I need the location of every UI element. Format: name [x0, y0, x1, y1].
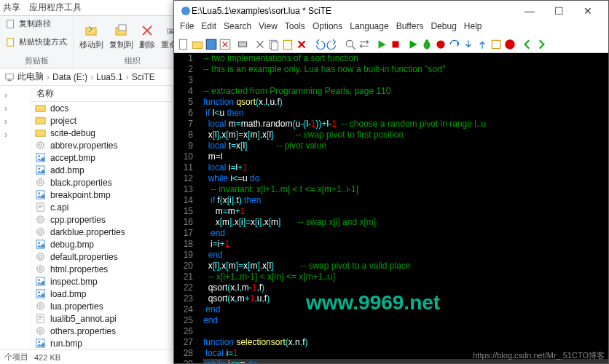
menu-item[interactable]: Buffers — [396, 21, 424, 36]
step-into-icon[interactable] — [462, 38, 475, 51]
close-file-icon[interactable] — [219, 38, 232, 51]
svg-point-62 — [436, 40, 444, 48]
paste-icon[interactable] — [281, 38, 294, 51]
file-row[interactable]: scite-debug — [31, 127, 172, 139]
step-over-icon[interactable] — [448, 38, 461, 51]
run-icon[interactable] — [375, 38, 388, 51]
paste-shortcut-button[interactable]: 粘贴快捷方式 — [6, 36, 67, 47]
maximize-button[interactable]: ☐ — [544, 5, 573, 17]
code-editor[interactable]: 1234567891011121314151617181920212223242… — [174, 53, 608, 363]
new-icon[interactable] — [177, 38, 190, 51]
copy-icon[interactable] — [267, 38, 280, 51]
chevron-icon[interactable]: › — [0, 128, 30, 141]
svg-point-43 — [38, 341, 40, 343]
crumb-scite[interactable]: SciTE — [132, 72, 155, 82]
debug-run-icon[interactable] — [406, 38, 420, 51]
menu-item[interactable]: File — [180, 21, 194, 36]
tab-app-tools[interactable]: 应用程序工具 — [29, 1, 82, 14]
file-row[interactable]: inspect.bmp — [31, 275, 172, 288]
svg-rect-63 — [492, 40, 500, 48]
file-row[interactable]: add.bmp — [31, 164, 172, 176]
file-row[interactable]: c.api — [31, 201, 172, 213]
svg-point-58 — [346, 40, 353, 47]
file-row[interactable]: black.properties — [31, 176, 172, 189]
file-row[interactable]: others.properties — [31, 325, 172, 337]
close-button[interactable]: ✕ — [573, 5, 602, 17]
find-icon[interactable] — [344, 38, 357, 51]
crumb-pc[interactable]: 此电脑 — [17, 71, 44, 83]
file-name: abbrev.properties — [50, 141, 118, 151]
chevron-icon[interactable]: › — [0, 89, 30, 102]
file-name: load.bmp — [50, 289, 86, 299]
nav-tree[interactable]: › › › › — [0, 86, 31, 349]
menu-item[interactable]: Tools — [285, 21, 305, 36]
open-icon[interactable] — [191, 38, 204, 51]
crumb-drive[interactable]: Data (E:) — [52, 72, 87, 82]
window-title: E:\Lua5.1\examples\sort.lua * SciTE — [192, 6, 515, 16]
file-row[interactable]: default.properties — [31, 250, 172, 263]
file-row[interactable]: html.properties — [31, 263, 172, 275]
kill-icon[interactable] — [503, 38, 516, 51]
file-row[interactable]: project — [31, 114, 172, 127]
cut-icon[interactable] — [254, 38, 267, 51]
titlebar[interactable]: E:\Lua5.1\examples\sort.lua * SciTE — ☐ … — [174, 1, 608, 21]
menu-item[interactable]: Search — [224, 21, 251, 36]
file-row[interactable]: docs — [31, 102, 172, 114]
redo-icon[interactable] — [326, 38, 339, 51]
file-name: default.properties — [50, 252, 118, 262]
watermark: www.9969.net — [306, 291, 440, 314]
file-row[interactable]: darkblue.properties — [31, 226, 172, 238]
svg-point-30 — [39, 256, 42, 258]
svg-point-24 — [39, 218, 42, 221]
delete-button[interactable]: 删除 — [139, 23, 155, 50]
file-name: lua.properties — [50, 301, 103, 312]
svg-point-32 — [39, 268, 42, 271]
file-list[interactable]: docsprojectscite-debugabbrev.propertiesa… — [31, 102, 172, 349]
file-name: docs — [50, 103, 68, 114]
svg-point-41 — [39, 330, 42, 333]
svg-point-38 — [39, 305, 42, 308]
prev-icon[interactable] — [521, 38, 534, 51]
replace-icon[interactable] — [358, 38, 371, 51]
file-row[interactable]: debug.bmp — [31, 238, 172, 250]
file-row[interactable]: load.bmp — [31, 288, 172, 300]
svg-rect-4 — [119, 25, 126, 31]
copy-to-button[interactable]: 复制到 — [109, 23, 133, 50]
chevron-icon[interactable]: › — [0, 102, 30, 115]
menu-item[interactable]: Help — [464, 21, 482, 36]
bug-icon[interactable] — [420, 38, 433, 51]
save-icon[interactable] — [205, 38, 218, 51]
copy-path-button[interactable]: 复制路径 — [6, 18, 51, 29]
menu-item[interactable]: Language — [350, 21, 388, 36]
crumb-lua[interactable]: Lua5.1 — [96, 72, 123, 82]
menu-item[interactable]: Options — [313, 21, 342, 36]
delete-icon[interactable] — [295, 38, 308, 51]
menu-item[interactable]: Debug — [431, 21, 456, 36]
next-icon[interactable] — [535, 38, 548, 51]
column-header-name[interactable]: 名称 — [31, 86, 172, 102]
file-name: run.bmp — [50, 339, 82, 349]
minimize-button[interactable]: — — [515, 5, 544, 17]
file-row[interactable]: run.bmp — [31, 337, 172, 349]
tab-share[interactable]: 共享 — [3, 1, 20, 14]
move-to-button[interactable]: 移动到 — [79, 23, 103, 50]
file-row[interactable]: lua.properties — [31, 300, 172, 312]
file-name: breakpoint.bmp — [50, 190, 111, 200]
stop-icon[interactable] — [389, 38, 402, 51]
file-row[interactable]: abbrev.properties — [31, 139, 172, 151]
step-out-icon[interactable] — [476, 38, 489, 51]
chevron-icon[interactable]: › — [0, 115, 30, 128]
inspect-icon[interactable] — [490, 38, 503, 51]
print-icon[interactable] — [236, 38, 249, 51]
file-row[interactable]: cpp.properties — [31, 213, 172, 226]
undo-icon[interactable] — [313, 38, 326, 51]
code-area[interactable]: -- two implementations of a sort functio… — [196, 53, 608, 363]
breakpoint-icon[interactable] — [434, 38, 447, 51]
file-row[interactable]: breakpoint.bmp — [31, 189, 172, 201]
menu-item[interactable]: View — [259, 21, 278, 36]
file-row[interactable]: lualib5_annot.api — [31, 312, 172, 325]
svg-point-21 — [38, 192, 40, 194]
file-name: debug.bmp — [50, 240, 94, 250]
file-row[interactable]: accept.bmp — [31, 151, 172, 164]
menu-item[interactable]: Edit — [201, 21, 216, 36]
